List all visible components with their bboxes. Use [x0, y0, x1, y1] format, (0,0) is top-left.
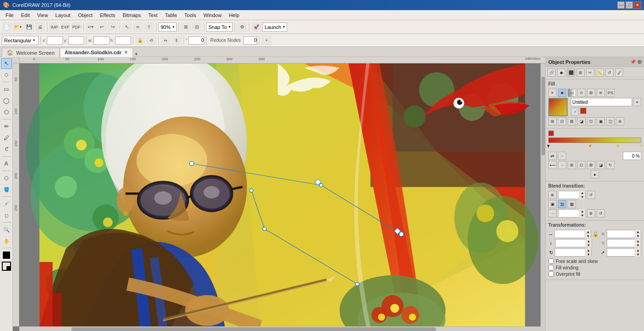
height-input[interactable]	[115, 36, 131, 45]
more-options-btn[interactable]: +	[261, 35, 271, 46]
export-button[interactable]: EXP	[60, 22, 70, 32]
fill-icon-f[interactable]: ▣	[597, 117, 605, 126]
fill-name-dropdown[interactable]: ▾	[633, 98, 641, 106]
freehand-button[interactable]: ✏	[133, 22, 143, 32]
icon-btn-6[interactable]: 📐	[596, 68, 604, 77]
vertical-scrollbar[interactable]	[540, 63, 545, 326]
icon-btn-8[interactable]: 🖊	[615, 68, 623, 77]
text-button[interactable]: T	[144, 22, 154, 32]
minimize-button[interactable]: —	[617, 1, 625, 9]
opacity-input[interactable]	[623, 152, 641, 160]
menu-tools[interactable]: Tools	[181, 10, 200, 20]
fill-icon-h[interactable]: ⊕	[616, 117, 624, 126]
blend-style-3[interactable]: ▦	[568, 200, 576, 208]
node-tool[interactable]: ⬡	[1, 69, 12, 80]
blend-angle-input[interactable]: 0.0	[558, 210, 579, 217]
fill-texture-btn[interactable]: ≋	[597, 89, 605, 97]
freehand-tool[interactable]: ✏	[1, 121, 12, 132]
cursor-button[interactable]: ↖	[122, 22, 132, 32]
free-scale-checkbox[interactable]	[548, 258, 554, 264]
x-pct-input[interactable]: -11.747 %	[607, 230, 635, 238]
menu-bitmaps[interactable]: Bitmaps	[119, 10, 145, 20]
fill-winding-checkbox[interactable]	[548, 265, 554, 270]
new-button[interactable]: 📄	[2, 22, 12, 32]
x-down[interactable]: ▼	[635, 234, 641, 238]
lock-ratio-btn[interactable]: 🔓	[135, 35, 145, 46]
gradient-ctrl-6[interactable]: ◪	[597, 161, 605, 169]
options2-button[interactable]: ⚙	[237, 22, 247, 32]
gradient-ctrl-2[interactable]: →	[558, 161, 566, 169]
width-pct-input[interactable]: 82.703 %	[555, 230, 585, 238]
icon-btn-5[interactable]: ✂	[586, 68, 594, 77]
fill-color2[interactable]	[580, 108, 586, 114]
rotation-input[interactable]	[188, 36, 204, 45]
rotation1-down[interactable]: ▼	[586, 252, 591, 257]
gradient-ctrl-3[interactable]: ⊞	[568, 161, 576, 169]
gradient-ctrl-5[interactable]: ⊠	[587, 161, 595, 169]
blend-refresh[interactable]: ↺	[587, 191, 595, 199]
fill-radial-btn[interactable]: ⊙	[577, 89, 586, 97]
mirror-v-btn[interactable]: ⇕	[172, 35, 182, 46]
print-button[interactable]: 🖨	[35, 22, 45, 32]
tab-welcome[interactable]: 🏠 Welcome Screen	[2, 48, 60, 57]
fill-linear-btn[interactable]: ▭	[568, 89, 576, 97]
menu-effects[interactable]: Effects	[96, 10, 119, 20]
menu-object[interactable]: Object	[74, 10, 96, 20]
width-up[interactable]: ▲	[585, 230, 591, 234]
undo-dropdown[interactable]: ↩▾	[86, 22, 96, 32]
ellipse-tool[interactable]: ◯	[1, 95, 12, 106]
blend-steps-up[interactable]: ▲	[580, 191, 585, 195]
menu-file[interactable]: File	[2, 10, 17, 20]
x-coord-input[interactable]	[47, 36, 63, 45]
icon-btn-3[interactable]: ⬛	[567, 68, 575, 77]
rotation1-field[interactable]: 0.0 ° ▲ ▼	[555, 248, 592, 257]
height-up[interactable]: ▲	[586, 239, 592, 243]
fill-tool[interactable]: ⬡	[1, 172, 12, 183]
rotation2-input[interactable]: -20.2 °	[607, 249, 635, 256]
pen-tool[interactable]: 🖊	[1, 132, 12, 143]
undo-button[interactable]: ↩	[97, 22, 107, 32]
stop-arrow-4[interactable]: ▼	[639, 143, 644, 148]
zoom-tool[interactable]: 🔍	[1, 224, 12, 235]
blend-style-1[interactable]: ▣	[548, 200, 557, 208]
polygon-tool[interactable]: ⬠	[1, 107, 12, 118]
fill-icon-e[interactable]: ⊡	[587, 117, 595, 126]
y-field[interactable]: 31.371 % ▲ ▼	[607, 239, 641, 247]
zoom-dropdown[interactable]: 90% ▾	[158, 23, 177, 32]
blend-angle-up[interactable]: ▲	[580, 209, 585, 213]
rotation2-down[interactable]: ▼	[635, 252, 641, 257]
blend-icon[interactable]: ⊕	[548, 191, 557, 199]
open-dropdown[interactable]: 📂▾	[13, 22, 23, 32]
gradient-ctrl-4[interactable]: ⊡	[577, 161, 586, 169]
fill-none-btn[interactable]: ✕	[548, 89, 557, 97]
rotation1-up[interactable]: ▲	[586, 248, 591, 252]
menu-view[interactable]: View	[34, 10, 52, 20]
menu-text[interactable]: Text	[144, 10, 161, 20]
lock-wh-icon[interactable]: 🔒	[592, 231, 599, 237]
h-scroll-thumb[interactable]	[71, 327, 436, 331]
height-down[interactable]: ▼	[586, 243, 592, 247]
tab-close-button[interactable]: ✕	[124, 50, 128, 55]
blend-angle-down[interactable]: ▼	[580, 213, 585, 217]
pan-tool[interactable]: ✋	[1, 235, 12, 246]
fill-color-indicator[interactable]	[2, 251, 11, 260]
fill-icon-d[interactable]: ◪	[577, 117, 586, 126]
close-button[interactable]: ✕	[634, 1, 641, 9]
width-field[interactable]: 82.703 % ▲ ▼	[554, 230, 591, 238]
menu-edit[interactable]: Edit	[17, 10, 34, 20]
menu-layout[interactable]: Layout	[52, 10, 74, 20]
mirror-h-btn[interactable]: ⇔	[161, 35, 171, 46]
fill-pattern-btn[interactable]: ⊞	[587, 89, 595, 97]
blend-steps-input[interactable]: 256	[558, 191, 579, 199]
color-indicator-red[interactable]	[548, 131, 554, 136]
publish-button[interactable]: PDF	[71, 22, 81, 32]
rotation2-field[interactable]: -20.2 ° ▲ ▼	[607, 248, 641, 257]
stop-arrow-3[interactable]: ▼	[616, 143, 621, 148]
icon-btn-1[interactable]: 🔗	[547, 68, 556, 77]
panel-expand-icon[interactable]: ⊞	[638, 59, 641, 64]
v-scroll-thumb[interactable]	[541, 77, 545, 156]
horizontal-scrollbar[interactable]	[19, 326, 540, 331]
icon-btn-2[interactable]: ◆	[557, 68, 565, 77]
launch-dropdown[interactable]: Launch ▾	[262, 23, 287, 32]
artwork-canvas[interactable]	[19, 63, 545, 326]
